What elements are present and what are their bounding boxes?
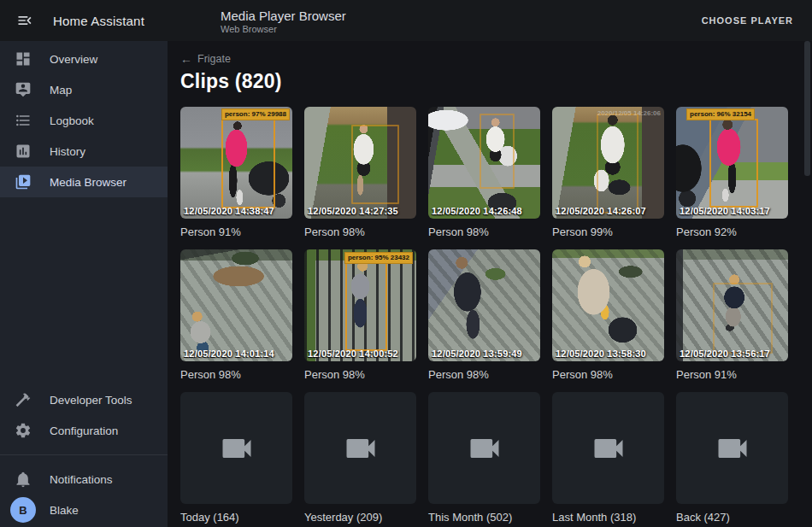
main-content: ← Frigate Clips (820) person: 97% 299881…	[168, 41, 812, 527]
clip-caption: Person 91%	[676, 368, 788, 382]
breadcrumb-label: Frigate	[197, 53, 231, 65]
folder-card-last-month-318[interactable]: Last Month (318)	[552, 392, 664, 524]
clip-timestamp: 12/05/2020 13:56:17	[680, 348, 770, 359]
clip-caption: Person 91%	[180, 225, 292, 239]
video-icon	[466, 430, 503, 467]
clip-thumbnail[interactable]: 12/05/2020 14:26:48	[428, 107, 540, 219]
detection-bbox	[713, 283, 773, 354]
clip-timestamp: 12/05/2020 13:58:30	[556, 348, 646, 359]
sidebar-item-media-browser[interactable]: Media Browser	[0, 167, 168, 197]
clip-thumbnail[interactable]: person: 95% 2343212/05/2020 14:00:52	[304, 249, 416, 361]
folder-thumbnail[interactable]	[428, 392, 540, 504]
clip-timestamp: 12/05/2020 14:26:07	[556, 206, 646, 216]
top-bar: Home Assistant Media Player Browser Web …	[0, 0, 812, 41]
page-header-subtitle: Web Browser	[221, 24, 346, 35]
sidebar-item-notifications[interactable]: Notifications	[0, 464, 168, 495]
folder-card-today-164[interactable]: Today (164)	[180, 392, 292, 524]
clip-card[interactable]: person: 96% 3215412/05/2020 14:03:17Pers…	[676, 107, 788, 239]
folder-thumbnail[interactable]	[552, 392, 664, 504]
folder-thumbnail[interactable]	[676, 392, 788, 504]
sidebar-item-map[interactable]: Map	[0, 74, 168, 105]
clip-caption: Person 98%	[428, 225, 540, 239]
video-icon	[218, 430, 256, 467]
app-root: Home Assistant Media Player Browser Web …	[0, 0, 812, 527]
clip-thumbnail[interactable]: person: 97% 2998812/05/2020 14:38:47	[180, 107, 292, 219]
clip-thumbnail[interactable]: 12/05/2020 13:59:49	[428, 249, 540, 361]
clip-card[interactable]: 12/05/2020 14:26:48Person 98%	[428, 107, 540, 239]
sidebar-nav: OverviewMapLogbookHistoryMedia Browser	[0, 41, 168, 197]
page-title: Clips (820)	[180, 70, 812, 93]
clip-card[interactable]: 12/05/2020 14:01:14Person 98%	[180, 249, 292, 382]
user-name: Blake	[50, 504, 79, 517]
clip-timestamp: 12/05/2020 14:00:52	[308, 348, 398, 359]
sidebar-tools: Developer ToolsConfiguration	[0, 384, 168, 446]
folder-card-back-427[interactable]: Back (427)	[676, 392, 788, 524]
clip-card[interactable]: person: 95% 2343212/05/2020 14:00:52Pers…	[304, 249, 416, 382]
clip-timestamp: 12/05/2020 14:38:47	[184, 206, 274, 216]
clip-caption: Person 98%	[180, 368, 292, 382]
clip-card[interactable]: 12/05/2020 13:56:17Person 91%	[676, 249, 788, 382]
clip-thumbnail[interactable]: 12/05/2020 14:01:14	[180, 249, 292, 361]
detection-bbox	[597, 114, 638, 214]
sidebar-item-label: Map	[50, 84, 72, 97]
folder-card-yesterday-209[interactable]: Yesterday (209)	[304, 392, 416, 524]
menu-open-button[interactable]	[15, 10, 35, 31]
back-arrow-icon: ←	[180, 52, 192, 66]
clip-thumbnail[interactable]: 12/05/2020 13:56:17	[676, 249, 788, 361]
clip-card[interactable]: 12/05/2020 13:58:30Person 98%	[552, 249, 664, 382]
detection-label: person: 95% 23432	[344, 252, 413, 264]
sidebar-item-developer-tools[interactable]: Developer Tools	[0, 384, 168, 415]
body-row: OverviewMapLogbookHistoryMedia Browser D…	[0, 41, 812, 527]
sidebar-item-user[interactable]: B Blake	[0, 495, 168, 525]
detection-label: person: 97% 29988	[221, 108, 290, 120]
clip-thumbnail[interactable]: 2020/12/05 14:26:0612/05/2020 14:26:07	[552, 107, 664, 219]
sidebar: OverviewMapLogbookHistoryMedia Browser D…	[0, 41, 168, 527]
clip-card[interactable]: person: 97% 2998812/05/2020 14:38:47Pers…	[180, 107, 292, 239]
clip-caption: Person 92%	[676, 225, 788, 239]
clip-caption: Person 98%	[304, 225, 416, 239]
folder-card-this-month-502[interactable]: This Month (502)	[428, 392, 540, 524]
sidebar-item-label: Media Browser	[50, 176, 127, 189]
sidebar-item-logbook[interactable]: Logbook	[0, 105, 168, 136]
folder-thumbnail[interactable]	[304, 392, 416, 504]
gear-icon	[15, 422, 32, 439]
clip-card[interactable]: 12/05/2020 13:59:49Person 98%	[428, 249, 540, 382]
scrollbar-thumb[interactable]	[804, 41, 810, 176]
sidebar-item-configuration[interactable]: Configuration	[0, 415, 168, 446]
sidebar-bottom: Developer ToolsConfiguration Notificatio…	[0, 384, 168, 525]
clip-thumbnail[interactable]: 12/05/2020 13:58:30	[552, 249, 664, 361]
clip-thumbnail[interactable]: person: 96% 3215412/05/2020 14:03:17	[676, 107, 788, 219]
clip-caption: Person 98%	[304, 368, 416, 382]
sidebar-item-history[interactable]: History	[0, 136, 168, 167]
top-bar-main: Media Player Browser Web Browser CHOOSE …	[168, 0, 812, 41]
sidebar-item-label: Overview	[50, 53, 97, 66]
detection-bbox	[709, 119, 757, 208]
breadcrumb-back-link[interactable]: ← Frigate	[180, 52, 231, 66]
clip-caption: Person 99%	[552, 225, 664, 239]
video-icon	[714, 430, 751, 467]
choose-player-button[interactable]: CHOOSE PLAYER	[697, 15, 798, 26]
detection-bbox	[345, 261, 387, 351]
list-icon	[15, 112, 32, 129]
clip-timestamp: 12/05/2020 14:27:35	[308, 206, 398, 216]
folder-label: This Month (502)	[428, 511, 540, 524]
sidebar-item-label: Configuration	[50, 425, 118, 437]
chart-box-icon	[15, 143, 32, 160]
folder-thumbnail[interactable]	[180, 392, 292, 504]
clip-card[interactable]: 12/05/2020 14:27:35Person 98%	[304, 107, 416, 239]
video-icon	[590, 430, 627, 467]
notifications-label: Notifications	[50, 473, 113, 486]
sidebar-item-overview[interactable]: Overview	[0, 44, 168, 74]
sidebar-item-label: Developer Tools	[50, 394, 132, 407]
clip-thumbnail[interactable]: 12/05/2020 14:27:35	[304, 107, 416, 219]
clip-timestamp: 12/05/2020 14:03:17	[680, 206, 770, 216]
play-box-multiple-icon	[15, 173, 32, 190]
folder-label: Yesterday (209)	[304, 511, 416, 524]
clip-caption: Person 98%	[428, 368, 540, 382]
clip-card[interactable]: 2020/12/05 14:26:0612/05/2020 14:26:07Pe…	[552, 107, 664, 239]
clips-grid: person: 97% 2998812/05/2020 14:38:47Pers…	[180, 107, 812, 392]
sidebar-header: Home Assistant	[0, 0, 168, 41]
hammer-icon	[15, 391, 32, 408]
tooltip-account-icon	[15, 81, 32, 98]
clip-timestamp: 12/05/2020 14:26:48	[432, 206, 522, 216]
